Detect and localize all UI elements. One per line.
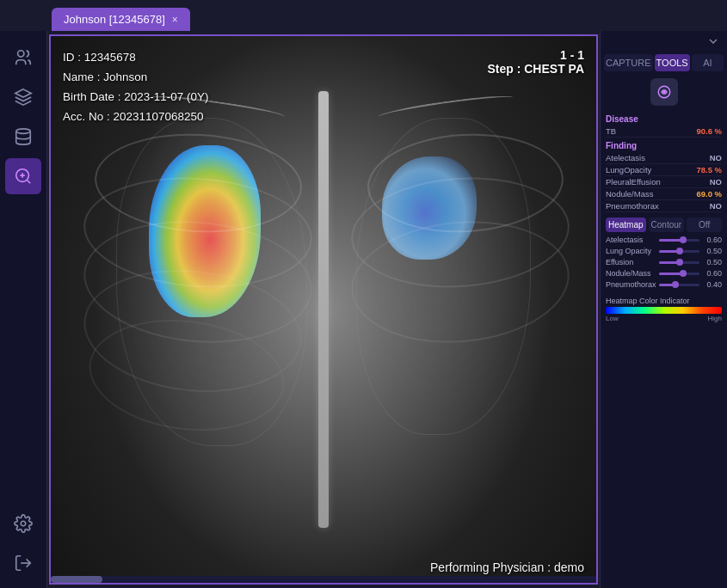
pneumothorax-slider-track[interactable] — [659, 284, 699, 286]
heatmap-left-lung — [149, 145, 261, 317]
svg-point-10 — [662, 91, 664, 93]
pneumothorax-row: Pneumothorax NO — [606, 200, 722, 212]
findings-section: Disease TB 90.6 % Finding Atelectasis NO… — [601, 111, 727, 212]
nodule-slider-value: 0.60 — [703, 269, 722, 278]
lung-opacity-slider-label: Lung Opacity — [606, 247, 656, 255]
lung-opacity-label: LungOpacity — [606, 165, 651, 175]
sidebar-search-icon[interactable] — [5, 158, 41, 194]
xray-viewer: ID : 12345678 Name : Johnson Birth Date … — [49, 34, 598, 585]
lung-opacity-value: 78.5 % — [696, 165, 722, 175]
panel-collapse-button[interactable] — [601, 31, 727, 54]
patient-tab[interactable]: Johnson [12345678] × — [52, 8, 190, 31]
pneumothorax-label: Pneumothorax — [606, 201, 659, 211]
step-label: Step : CHEST PA — [487, 62, 584, 76]
nodule-slider-label: Nodule/Mass — [606, 269, 656, 278]
nodule-mass-row: Nodule/Mass 69.0 % — [606, 188, 722, 200]
svg-point-7 — [21, 521, 26, 526]
sidebar-settings-icon[interactable] — [5, 505, 41, 542]
tab-close-button[interactable]: × — [172, 14, 178, 26]
atelectasis-slider-row: Atelectasis 0.60 — [606, 236, 722, 244]
pneumothorax-slider-value: 0.40 — [703, 280, 722, 289]
step-info-overlay: 1 - 1 Step : CHEST PA — [487, 48, 584, 76]
sidebar-database-icon[interactable] — [5, 119, 41, 155]
right-panel: CAPTURE TOOLS AI Disease TB 90.6 % Findi… — [600, 31, 727, 588]
atelectasis-slider-value: 0.60 — [703, 236, 722, 244]
tab-ai[interactable]: AI — [692, 54, 724, 71]
tb-label: TB — [606, 126, 616, 136]
svg-point-2 — [16, 129, 31, 134]
atelectasis-slider-label: Atelectasis — [606, 236, 656, 244]
effusion-slider-row: Effusion 0.50 — [606, 258, 722, 266]
ai-analysis-icon-button[interactable] — [650, 78, 678, 106]
patient-accno: Acc. No : 20231107068250 — [63, 107, 209, 127]
contour-toggle[interactable]: Contour — [649, 217, 685, 232]
pneumothorax-slider-row: Pneumothorax 0.40 — [606, 280, 722, 289]
tab-tools[interactable]: TOOLS — [655, 54, 690, 71]
pneumothorax-value: NO — [710, 201, 722, 211]
step-counter: 1 - 1 — [487, 48, 584, 62]
heatmap-indicator-label: Heatmap Color Indicator — [606, 297, 722, 305]
heatmap-high-label: High — [708, 315, 722, 322]
tool-tabs: CAPTURE TOOLS AI — [601, 54, 727, 75]
effusion-slider-label: Effusion — [606, 258, 656, 266]
tb-value: 90.6 % — [696, 126, 722, 136]
atelectasis-row: Atelectasis NO — [606, 152, 722, 164]
pneumothorax-slider-label: Pneumothorax — [606, 280, 656, 289]
heatmap-color-indicator: Heatmap Color Indicator Low High — [606, 297, 722, 322]
tb-finding-row: TB 90.6 % — [606, 126, 722, 138]
heatmap-gradient-bar — [606, 307, 722, 314]
svg-marker-1 — [15, 89, 31, 97]
patient-id: ID : 12345678 — [63, 48, 209, 68]
sidebar-logout-icon[interactable] — [5, 545, 41, 581]
nodule-slider-row: Nodule/Mass 0.60 — [606, 269, 722, 278]
svg-line-4 — [27, 180, 30, 183]
viewer-scrollbar[interactable] — [51, 576, 596, 583]
sidebar-layers-icon[interactable] — [5, 79, 41, 115]
pleural-effusion-row: PleuralEffusion NO — [606, 176, 722, 188]
heatmap-low-label: Low — [606, 315, 619, 322]
sidebar-users-icon[interactable] — [5, 40, 41, 76]
atelectasis-value: NO — [710, 153, 722, 162]
display-toggles: Heatmap Contour Off — [601, 212, 727, 236]
effusion-slider-track[interactable] — [659, 261, 699, 264]
patient-info-overlay: ID : 12345678 Name : Johnson Birth Date … — [63, 48, 209, 127]
finding-category: Finding — [606, 141, 722, 150]
scroll-thumb[interactable] — [51, 576, 102, 583]
pleural-effusion-label: PleuralEffusion — [606, 177, 661, 187]
physician-label: Performing Physician : demo — [430, 560, 584, 574]
nodule-mass-value: 69.0 % — [696, 189, 722, 199]
nodule-mass-label: Nodule/Mass — [606, 189, 653, 199]
heatmap-right-lung — [382, 156, 477, 260]
physician-overlay: Performing Physician : demo — [430, 560, 584, 574]
lung-opacity-slider-track[interactable] — [659, 250, 699, 253]
atelectasis-slider-track[interactable] — [659, 239, 699, 242]
atelectasis-label: Atelectasis — [606, 153, 645, 162]
tab-label: Johnson [12345678] — [64, 13, 165, 26]
disease-category: Disease — [606, 114, 722, 124]
sidebar — [0, 31, 47, 588]
tab-capture[interactable]: CAPTURE — [604, 54, 653, 71]
patient-name: Name : Johnson — [63, 68, 209, 88]
heatmap-toggle[interactable]: Heatmap — [606, 217, 646, 232]
lung-opacity-row: LungOpacity 78.5 % — [606, 164, 722, 176]
svg-point-0 — [18, 51, 24, 57]
pleural-effusion-value: NO — [710, 177, 722, 187]
nodule-slider-track[interactable] — [659, 273, 699, 275]
effusion-slider-value: 0.50 — [703, 258, 722, 266]
threshold-sliders: Atelectasis 0.60 Lung Opacity 0.50 Effus… — [601, 236, 727, 291]
patient-birthdate: Birth Date : 2023-11-07 (0Y) — [63, 88, 209, 107]
lung-opacity-slider-value: 0.50 — [703, 247, 722, 255]
off-toggle[interactable]: Off — [687, 217, 722, 232]
heatmap-scale-labels: Low High — [606, 315, 722, 322]
lung-opacity-slider-row: Lung Opacity 0.50 — [606, 247, 722, 255]
